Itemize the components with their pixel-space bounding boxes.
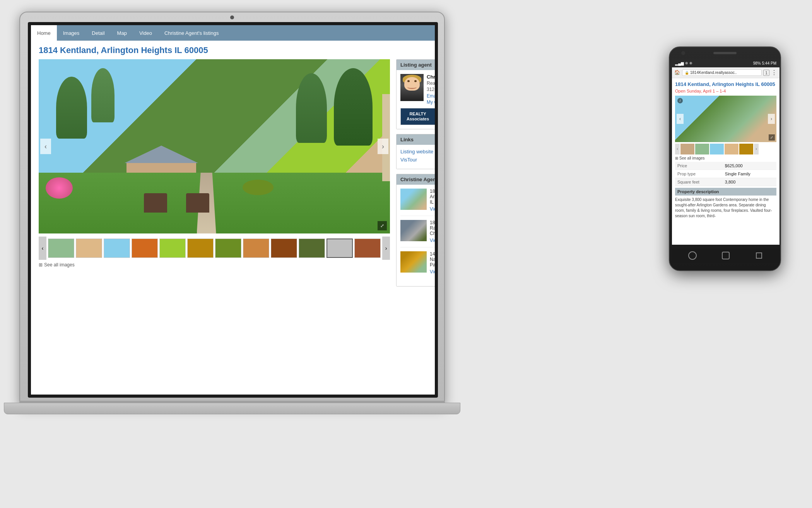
image-next-button[interactable]: ›	[378, 139, 388, 154]
listing-agent-body: Christine Agent Realty Associates 312-28…	[397, 70, 435, 129]
phone-expand-btn[interactable]: ⤢	[769, 134, 775, 141]
phone-thumb-5[interactable]	[739, 144, 753, 154]
website-main: 1814 Kentland, Arlington Heights IL 6000…	[31, 41, 435, 296]
phone-desc-text: Exquisite 3,800 square foot Contemporary…	[675, 196, 776, 220]
thumbnail-11[interactable]	[327, 239, 353, 258]
agent-email-link[interactable]: Email	[427, 93, 435, 99]
thumbnail-3[interactable]	[104, 239, 130, 258]
phone-image-next[interactable]: ›	[768, 114, 775, 124]
sqft-value: 3,800	[723, 178, 776, 186]
phone-screen: ▂▄▆ ⊛ ⊛ 98% 5:44 PM 🏠 🔒 1814Kentland.rea…	[672, 59, 780, 245]
laptop-base	[4, 403, 460, 414]
thumb-prev[interactable]: ‹	[39, 237, 46, 260]
agent-details: Christine Agent Realty Associates 312-28…	[427, 74, 435, 105]
see-all-images[interactable]: ⊞ See all images	[39, 262, 390, 268]
battery-pct: 98%	[753, 61, 761, 65]
phone-main-image: i ‹ › ⤢	[675, 96, 776, 142]
scene: Home Images Detail Map Video Christine A…	[0, 0, 812, 508]
proptype-value: Single Family	[723, 170, 776, 178]
phone-thumb-next[interactable]: ›	[754, 144, 759, 154]
agent-photo	[400, 74, 424, 101]
listing-address-3: 1440 W Narragansett, Oak Park IL	[430, 251, 435, 268]
thumbnail-7[interactable]	[215, 239, 241, 258]
wifi-icons: ⊛ ⊛	[685, 61, 692, 65]
agent-logo: REALTY Associates	[400, 108, 435, 125]
menu-icon[interactable]: ⋮	[771, 69, 777, 76]
thumbnail-1[interactable]	[48, 239, 74, 258]
phone-thumb-4[interactable]	[725, 144, 738, 154]
image-prev-button[interactable]: ‹	[40, 139, 51, 154]
browser-home-icon[interactable]: 🏠	[674, 70, 680, 76]
back-icon	[688, 251, 697, 260]
right-sidebar: Listing agent	[396, 59, 435, 291]
listing-website-link[interactable]: Listing website	[400, 149, 435, 154]
agent-listings-header: Christine Agent's listings	[397, 174, 435, 185]
phone-speaker	[713, 52, 737, 54]
website-nav: Home Images Detail Map Video Christine A…	[31, 25, 435, 41]
phone-thumb-2[interactable]	[695, 144, 709, 154]
main-image-container: ‹ › ⤢	[39, 59, 390, 233]
listing-address-1: 1814 Kentland, Arlington Heights IL	[430, 189, 435, 205]
thumbnail-10[interactable]	[299, 239, 325, 258]
listing-view-3[interactable]: View details	[430, 269, 435, 275]
phone-back-button[interactable]	[688, 251, 697, 260]
thumbnail-12[interactable]	[354, 239, 381, 258]
content-area: ‹ › ⤢ ‹	[39, 59, 427, 291]
agent-company: Realty Associates	[427, 81, 435, 86]
vistour-link[interactable]: VisTour	[400, 157, 435, 163]
links-section: Links Listing website VisTour	[396, 134, 435, 169]
phone-i-badge: i	[677, 98, 683, 103]
listing-view-1[interactable]: View details	[430, 206, 435, 212]
laptop-property-title: 1814 Kentland, Arlington Heights IL 6000…	[39, 45, 427, 55]
phone-status-bar: ▂▄▆ ⊛ ⊛ 98% 5:44 PM	[672, 59, 780, 67]
nav-tab-home[interactable]: Home	[31, 25, 57, 41]
nav-tab-listings[interactable]: Christine Agent's listings	[158, 25, 225, 41]
phone-property-title: 1814 Kentland, Arlington Heights IL 6000…	[675, 81, 776, 88]
detail-row-proptype: Prop type Single Family	[675, 170, 776, 178]
nav-tab-video[interactable]: Video	[133, 25, 158, 41]
phone-see-all[interactable]: ⊞ See all images	[675, 156, 776, 160]
thumb-next[interactable]: ›	[382, 237, 390, 260]
phone-front-camera	[681, 51, 685, 55]
thumbnail-4[interactable]	[132, 239, 158, 258]
home-icon	[722, 252, 730, 259]
laptop-screen-bezel: Home Images Detail Map Video Christine A…	[28, 22, 438, 398]
listing-view-2[interactable]: View details	[430, 238, 435, 243]
thumbnail-5[interactable]	[159, 239, 186, 258]
phone-image-prev[interactable]: ‹	[677, 114, 684, 124]
sqft-label: Square feet	[675, 178, 723, 186]
url-text: 1814Kentland.realtyassoc..	[690, 70, 737, 75]
thumbnail-9[interactable]	[271, 239, 297, 258]
phone-thumb-1[interactable]	[680, 144, 694, 154]
thumbnail-8[interactable]	[243, 239, 269, 258]
lock-icon: 🔒	[685, 71, 689, 75]
phone-open-house: Open Sunday, April 1 – 1-4	[675, 89, 776, 93]
nav-tab-map[interactable]: Map	[111, 25, 133, 41]
agent-listings-body: 1814 Kentland, Arlington Heights IL View…	[397, 185, 435, 286]
phone-home-button[interactable]	[721, 251, 730, 260]
phone-thumb-prev[interactable]: ‹	[675, 144, 680, 154]
thumbnail-2[interactable]	[76, 239, 102, 258]
expand-button[interactable]: ⤢	[378, 221, 387, 230]
agent-website-link[interactable]: My website	[427, 100, 435, 105]
phone-nav-arrows: ‹ ›	[675, 114, 776, 124]
phone-details-table: Price $625,000 Prop type Single Family S…	[675, 162, 776, 186]
listing-info-1: 1814 Kentland, Arlington Heights IL View…	[430, 189, 435, 212]
time: 5:44 PM	[762, 61, 776, 65]
listing-item-1: 1814 Kentland, Arlington Heights IL View…	[400, 189, 435, 216]
phone-thumb-3[interactable]	[710, 144, 724, 154]
thumbnail-6[interactable]	[187, 239, 214, 258]
agent-phone: 312-280-9780	[427, 87, 435, 92]
listing-agent-header: Listing agent	[397, 60, 435, 70]
phone: ▂▄▆ ⊛ ⊛ 98% 5:44 PM 🏠 🔒 1814Kentland.rea…	[669, 46, 781, 271]
phone-url-bar[interactable]: 🔒 1814Kentland.realtyassoc..	[682, 69, 762, 76]
nav-tab-detail[interactable]: Detail	[85, 25, 111, 41]
tab-counter[interactable]: 1	[763, 70, 769, 76]
links-body: Listing website VisTour	[397, 145, 435, 169]
phone-body: ▂▄▆ ⊛ ⊛ 98% 5:44 PM 🏠 🔒 1814Kentland.rea…	[669, 46, 781, 271]
nav-tab-images[interactable]: Images	[57, 25, 86, 41]
phone-recents-button[interactable]	[754, 251, 764, 260]
main-image	[39, 59, 390, 233]
main-content: ‹ › ⤢ ‹	[39, 59, 390, 291]
listing-address-2: 1838 W Central Railway St 35Z, Chicago I…	[430, 220, 435, 236]
